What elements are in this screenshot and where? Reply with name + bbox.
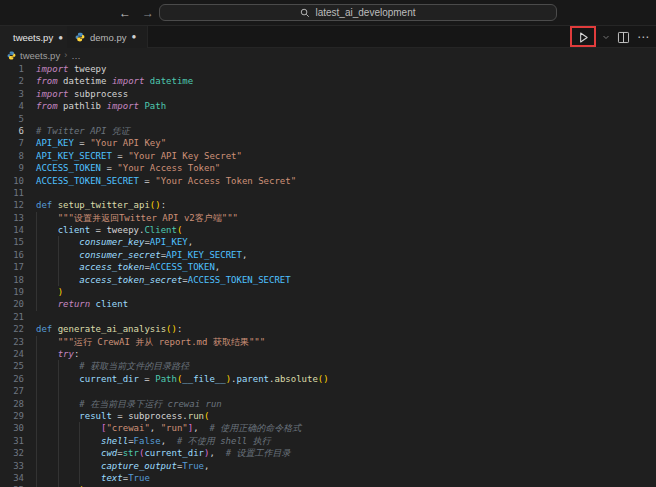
code-line[interactable]: 7API_KEY = "Your API Key" <box>0 137 656 149</box>
code-line[interactable]: 29 result = subprocess.run( <box>0 410 656 422</box>
forward-icon[interactable]: → <box>139 4 157 22</box>
line-number: 19 <box>0 286 24 298</box>
line-number: 16 <box>0 249 24 261</box>
code-line[interactable]: 12def setup_twitter_api(): <box>0 199 656 211</box>
python-icon <box>75 32 85 42</box>
code-line[interactable]: 17 access_token=ACCESS_TOKEN, <box>0 261 656 273</box>
code-line[interactable]: 27 <box>0 385 656 397</box>
search-icon <box>300 8 310 18</box>
play-icon <box>577 31 590 44</box>
line-number: 7 <box>0 137 24 149</box>
line-number: 31 <box>0 435 24 447</box>
title-bar: ← → latest_ai_development <box>0 0 656 26</box>
line-number: 2 <box>0 75 24 87</box>
more-actions-button[interactable]: ⋯ <box>637 27 650 47</box>
line-number: 14 <box>0 224 24 236</box>
code-line[interactable]: 14 client = tweepy.Client( <box>0 224 656 236</box>
line-number: 11 <box>0 187 24 199</box>
line-number: 4 <box>0 100 24 112</box>
split-editor-button[interactable] <box>617 27 630 47</box>
line-number: 33 <box>0 460 24 472</box>
code-line[interactable]: 18 access_token_secret=ACCESS_TOKEN_SECR… <box>0 274 656 286</box>
line-number: 12 <box>0 199 24 211</box>
tab-demo-py[interactable]: demo.py ● <box>67 26 148 48</box>
code-line[interactable]: 31 shell=False, # 不使用 shell 执行 <box>0 435 656 447</box>
line-number: 21 <box>0 311 24 323</box>
code-line[interactable]: 26 current_dir = Path(__file__).parent.a… <box>0 373 656 385</box>
code-line[interactable]: 24 try: <box>0 348 656 360</box>
code-line[interactable]: 3import subprocess <box>0 88 656 100</box>
code-line[interactable]: 9ACCESS_TOKEN = "Your Access Token" <box>0 162 656 174</box>
code-line[interactable]: 10ACCESS_TOKEN_SECRET = "Your Access Tok… <box>0 175 656 187</box>
code-line[interactable]: 6# Twitter API 凭证 <box>0 125 656 137</box>
line-number: 1 <box>0 63 24 75</box>
run-dropdown-icon[interactable] <box>602 27 610 47</box>
code-line[interactable]: 11 <box>0 187 656 199</box>
back-icon[interactable]: ← <box>116 4 134 22</box>
line-number: 28 <box>0 398 24 410</box>
code-line[interactable]: 21 <box>0 311 656 323</box>
line-number: 18 <box>0 274 24 286</box>
tab-label: demo.py <box>90 32 126 43</box>
code-line[interactable]: 23 """运行 CrewAI 并从 report.md 获取结果""" <box>0 336 656 348</box>
line-number: 22 <box>0 323 24 335</box>
breadcrumb: tweets.py › … <box>0 48 656 62</box>
line-number: 30 <box>0 422 24 434</box>
line-number: 20 <box>0 298 24 310</box>
code-line[interactable]: 5 <box>0 113 656 125</box>
python-icon <box>7 51 16 60</box>
code-line[interactable]: 28 # 在当前目录下运行 crewai run <box>0 398 656 410</box>
line-number: 26 <box>0 373 24 385</box>
line-number: 32 <box>0 447 24 459</box>
line-number: 27 <box>0 385 24 397</box>
modified-dot-icon[interactable]: ● <box>58 34 63 42</box>
search-box[interactable]: latest_ai_development <box>159 4 557 21</box>
line-number: 25 <box>0 360 24 372</box>
code-line[interactable]: 19 ) <box>0 286 656 298</box>
line-number: 15 <box>0 236 24 248</box>
editor-actions: ⋯ <box>571 26 650 48</box>
tab-bar: tweets.py ● demo.py ● ⋯ <box>0 26 656 48</box>
tab-label: tweets.py <box>13 32 53 43</box>
code-line[interactable]: 20 return client <box>0 298 656 310</box>
code-line[interactable]: 25 # 获取当前文件的目录路径 <box>0 360 656 372</box>
code-line[interactable]: 2from datetime import datetime <box>0 75 656 87</box>
code-line[interactable]: 22def generate_ai_analysis(): <box>0 323 656 335</box>
breadcrumb-more[interactable]: … <box>71 50 81 61</box>
code-line[interactable]: 15 consumer_key=API_KEY, <box>0 236 656 248</box>
tab-tweets-py[interactable]: tweets.py ● <box>0 26 67 49</box>
line-number: 17 <box>0 261 24 273</box>
run-button[interactable] <box>571 27 595 47</box>
code-line[interactable]: 1import tweepy <box>0 63 656 75</box>
line-number: 8 <box>0 150 24 162</box>
indent-guide <box>36 385 37 397</box>
indent-guide <box>58 385 59 397</box>
line-number: 10 <box>0 175 24 187</box>
modified-dot-icon[interactable]: ● <box>131 33 136 41</box>
code-line[interactable]: 8API_KEY_SECRET = "Your API Key Secret" <box>0 150 656 162</box>
line-number: 29 <box>0 410 24 422</box>
line-number: 6 <box>0 125 24 137</box>
code-line[interactable]: 32 cwd=str(current_dir), # 设置工作目录 <box>0 447 656 459</box>
line-number: 13 <box>0 212 24 224</box>
chevron-right-icon: › <box>64 50 67 60</box>
code-line[interactable]: 16 consumer_secret=API_KEY_SECRET, <box>0 249 656 261</box>
code-line[interactable]: 13 """设置并返回Twitter API v2客户端""" <box>0 212 656 224</box>
code-line[interactable]: 30 ["crewai", "run"], # 使用正确的命令格式 <box>0 422 656 434</box>
code-line[interactable]: 34 text=True <box>0 472 656 484</box>
code-line[interactable]: 4from pathlib import Path <box>0 100 656 112</box>
line-number: 3 <box>0 88 24 100</box>
breadcrumb-file[interactable]: tweets.py <box>20 50 60 61</box>
search-query: latest_ai_development <box>315 7 415 18</box>
code-line[interactable]: 33 capture_output=True, <box>0 460 656 472</box>
line-number: 5 <box>0 113 24 125</box>
line-number: 24 <box>0 348 24 360</box>
line-number: 34 <box>0 472 24 484</box>
line-number: 9 <box>0 162 24 174</box>
line-number: 23 <box>0 336 24 348</box>
code-area[interactable]: 1import tweepy2from datetime import date… <box>0 62 656 487</box>
